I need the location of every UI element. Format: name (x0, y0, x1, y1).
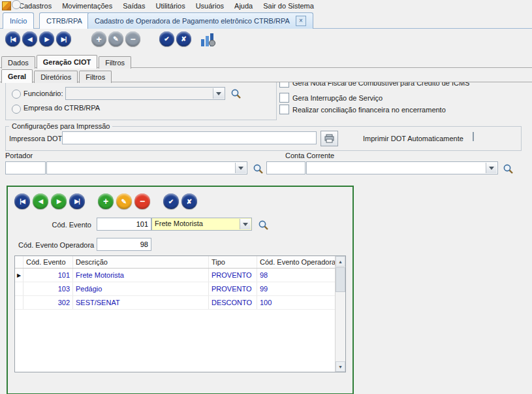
checkbox-icon[interactable] (279, 93, 289, 103)
evento-confirm-button[interactable]: ✔ (163, 193, 179, 209)
eventos-grid: Cód. Evento Descrição Tipo Cód. Evento O… (14, 255, 346, 372)
portador-search-button[interactable] (252, 163, 264, 174)
nav-first-button[interactable]: |◀ (5, 31, 20, 46)
cell-tipo: PROVENTO (209, 269, 257, 282)
conta-corrente-search-button[interactable] (502, 163, 514, 174)
menu-movimentacoes[interactable]: Movimentações (57, 1, 117, 10)
scrollbar-up-button[interactable]: ▲ (336, 256, 345, 267)
table-row[interactable]: 302 SEST/SENAT DESCONTO 100 (15, 296, 335, 310)
scrollbar-down-button[interactable]: ▼ (336, 361, 345, 372)
checkbox-conciliacao-label: Realizar conciliação financeira no encer… (292, 106, 446, 114)
menu-utilitarios[interactable]: Utilitários (150, 1, 190, 10)
delete-button[interactable]: − (125, 31, 140, 46)
conta-corrente-label: Conta Corrente (285, 152, 334, 159)
chart-bars-icon (200, 33, 216, 47)
cod-evento-search-button[interactable] (257, 219, 269, 231)
edit-button[interactable]: ✎ (108, 31, 123, 46)
grid-header-cod-operadora[interactable]: Cód. Evento Operadora (257, 256, 335, 268)
close-icon[interactable]: × (296, 16, 306, 26)
grid-header-tipo[interactable]: Tipo (209, 256, 257, 268)
tab-ctrb-rpa[interactable]: CTRB/RPA (39, 12, 89, 29)
checkbox-row-conciliacao[interactable]: Realizar conciliação financeira no encer… (279, 105, 446, 114)
checkbox-icon[interactable] (279, 105, 289, 114)
conta-corrente-select[interactable] (306, 161, 498, 174)
confirm-button[interactable]: ✔ (159, 31, 174, 46)
scrollbar-thumb[interactable] (336, 267, 345, 292)
owner-groupbox (5, 82, 277, 120)
cell-cod-operadora: 98 (257, 269, 335, 282)
menu-bar: Cadastros Movimentações Saídas Utilitári… (0, 0, 532, 11)
checkbox-row-interrupcao[interactable]: Gera Interrupção de Serviço (279, 93, 383, 103)
nav-last-icon: ▶| (74, 198, 79, 205)
evento-nav-first-button[interactable]: |◀ (14, 193, 30, 209)
evento-cancel-button[interactable]: ✘ (181, 193, 197, 209)
row-marker-empty (15, 282, 23, 295)
tab-ctrb-rpa-label: CTRB/RPA (46, 17, 82, 25)
tab-geracao-ciot[interactable]: Geração CIOT (37, 55, 97, 69)
cell-cod-operadora: 99 (257, 282, 335, 295)
cod-evento-operadora-input[interactable] (97, 238, 151, 251)
confirm-check-icon: ✔ (168, 198, 174, 205)
nav-prev-button[interactable]: ◀ (22, 31, 37, 46)
imprimir-dot-label: Imprimir DOT Automaticamente (363, 135, 463, 142)
cod-evento-operadora-label: Cód. Evento Operadora (18, 241, 91, 249)
tab-filtros[interactable]: Filtros (99, 56, 131, 69)
evento-edit-button[interactable]: ✎ (116, 193, 132, 209)
nav-last-button[interactable]: ▶| (56, 31, 71, 46)
imprimir-dot-checkbox[interactable] (473, 132, 474, 141)
tab-inicio-label: Início (10, 17, 27, 25)
search-icon (503, 163, 514, 174)
menu-usuarios[interactable]: Usuários (191, 1, 229, 10)
grid-scrollbar[interactable]: ▲ ▼ (335, 256, 345, 372)
evento-delete-button[interactable]: − (134, 193, 150, 209)
cod-evento-select[interactable]: Frete Motorista (151, 218, 252, 231)
chevron-down-icon (486, 163, 497, 173)
row-marker-empty (15, 296, 23, 309)
evento-nav-next-button[interactable]: ▶ (51, 193, 67, 209)
report-chart-button[interactable] (200, 32, 217, 48)
tab-dados[interactable]: Dados (1, 56, 35, 69)
tab-geral[interactable]: Geral (1, 69, 33, 83)
nav-next-button[interactable]: ▶ (39, 31, 54, 46)
cell-descricao: Pedágio (73, 282, 209, 295)
evento-nav-last-button[interactable]: ▶| (69, 193, 85, 209)
search-icon (253, 163, 264, 174)
tab-cadastro-operadora-label: Cadastro de Operadora de Pagamento eletr… (95, 17, 290, 25)
tab-cadastro-operadora[interactable]: Cadastro de Operadora de Pagamento eletr… (87, 12, 313, 29)
evento-nav-prev-button[interactable]: ◀ (33, 193, 48, 209)
cell-cod-operadora: 100 (257, 296, 335, 309)
confirm-check-icon: ✔ (164, 35, 169, 42)
nav-first-icon: |◀ (20, 198, 24, 205)
delete-icon: − (130, 35, 135, 44)
cod-evento-label: Cód. Evento (26, 221, 91, 229)
app-icon (2, 1, 11, 10)
edit-pencil-icon: ✎ (113, 35, 118, 42)
menu-sair[interactable]: Sair do Sistema (258, 1, 319, 10)
table-row[interactable]: 103 Pedágio PROVENTO 99 (15, 282, 335, 296)
edit-pencil-icon: ✎ (121, 198, 127, 205)
impressora-dot-input[interactable] (62, 131, 317, 144)
menu-saidas[interactable]: Saídas (117, 1, 150, 10)
tab-diretorios[interactable]: Diretórios (34, 71, 78, 83)
main-tabstrip: Dados Geração CIOT Filtros (1, 55, 133, 69)
nav-prev-icon: ◀ (39, 198, 42, 205)
evento-add-button[interactable]: + (98, 193, 114, 209)
add-button[interactable]: + (91, 31, 106, 46)
printer-select-button[interactable] (321, 131, 338, 146)
portador-select[interactable] (46, 161, 247, 174)
cancel-button[interactable]: ✘ (176, 31, 191, 46)
table-row[interactable]: ▶ 101 Frete Motorista PROVENTO 98 (15, 269, 335, 282)
add-icon: + (96, 35, 101, 44)
printer-icon (324, 134, 334, 143)
cod-evento-input[interactable] (97, 218, 151, 231)
grid-header-cod-evento[interactable]: Cód. Evento (23, 256, 73, 268)
conta-corrente-code-input[interactable] (266, 161, 305, 174)
menu-ajuda[interactable]: Ajuda (229, 1, 258, 10)
grid-header-descricao[interactable]: Descrição (73, 256, 209, 268)
search-icon (258, 220, 269, 231)
tab-inicio[interactable]: Início (3, 12, 34, 29)
nav-last-icon: ▶| (61, 36, 66, 42)
tab-filtros-sub[interactable]: Filtros (79, 71, 112, 83)
portador-code-input[interactable] (5, 161, 46, 174)
impressora-dot-label: Impressora DOT (9, 135, 62, 142)
